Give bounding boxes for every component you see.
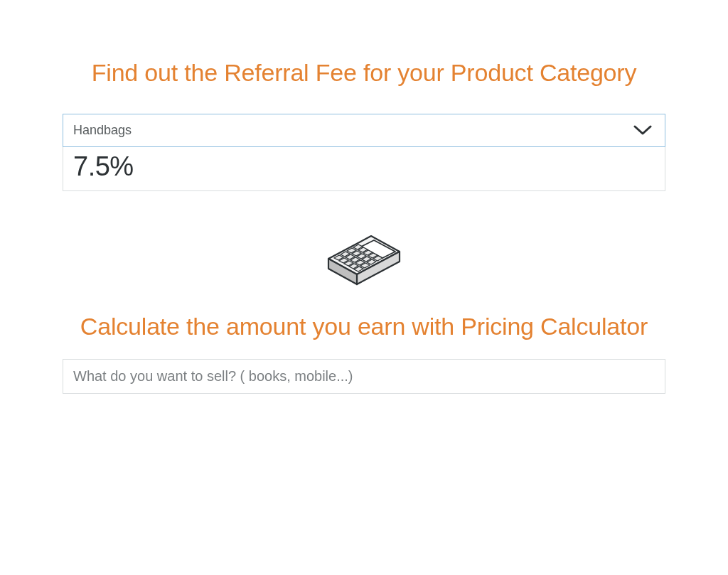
referral-fee-heading: Find out the Referral Fee for your Produ… (63, 57, 665, 88)
referral-fee-value: 7.5% (73, 151, 134, 181)
calculator-icon-wrap (63, 220, 665, 301)
calculator-icon (318, 220, 410, 301)
chevron-down-icon (633, 125, 652, 136)
what-to-sell-input[interactable] (73, 368, 655, 385)
calculator-heading: Calculate the amount you earn with Prici… (63, 311, 665, 342)
product-category-selected-label: Handbags (73, 123, 132, 138)
referral-fee-result: 7.5% (63, 147, 665, 191)
product-category-select[interactable]: Handbags (63, 114, 665, 147)
what-to-sell-input-wrap[interactable] (63, 359, 665, 394)
